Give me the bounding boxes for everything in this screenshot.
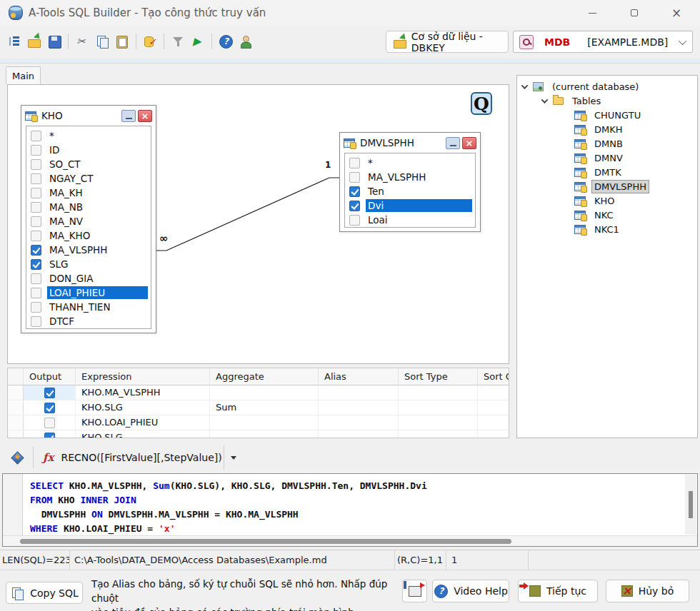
tree-node-tables[interactable]: Tables	[517, 94, 697, 108]
query-designer-canvas[interactable]: ∞ 1 Q KHO *IDSO_CTNGAY_CTMA_KHMA_NBMA_NV…	[7, 84, 509, 364]
grid-row-selector[interactable]	[8, 400, 24, 415]
field-checkbox-star[interactable]	[31, 131, 41, 141]
grid-aggregate-cell[interactable]	[210, 415, 319, 430]
grid-header-output[interactable]: Output	[24, 368, 76, 385]
field-checkbox-loai[interactable]	[349, 215, 360, 226]
tab-main[interactable]: Main	[6, 66, 41, 85]
dropdown-arrow-icon[interactable]	[231, 456, 236, 460]
tree-item-dmkh[interactable]: DMKH	[517, 122, 697, 136]
grid-sort-type-cell[interactable]	[399, 415, 478, 430]
database-file-combobox[interactable]: MDB [EXAMPLE.MDB]	[513, 31, 693, 53]
video-help-button[interactable]: Video Help	[432, 580, 509, 602]
grid-row-4[interactable]: KHO.SLG	[8, 430, 509, 438]
field-checkbox-makh[interactable]	[31, 188, 41, 198]
grid-expression-cell[interactable]: KHO.LOAI_PHIEU	[76, 415, 210, 430]
tree-item-dmnb[interactable]: DMNB	[517, 136, 697, 151]
field-checkbox-mavlsphh[interactable]	[31, 245, 41, 256]
field-checkbox-manb[interactable]	[31, 202, 41, 213]
function-combobox[interactable]: ƒx RECNO([FirstValue][,StepValue])	[37, 445, 224, 470]
support-button[interactable]	[236, 31, 256, 51]
grid-alias-cell[interactable]	[319, 415, 399, 430]
continue-button[interactable]: Tiếp tục	[518, 580, 598, 602]
grid-output-cell[interactable]	[24, 400, 76, 415]
grid-header-sort-type[interactable]: Sort Type	[399, 368, 478, 385]
scrollbar-thumb[interactable]	[20, 539, 511, 544]
field-checkbox-slg[interactable]	[31, 259, 41, 270]
grid-sort-c-cell[interactable]	[478, 415, 509, 430]
field-row-makho[interactable]: MA_KHO	[26, 228, 151, 243]
tree-item-chungtu[interactable]: CHUNGTU	[517, 108, 697, 122]
fields-tree-button[interactable]	[4, 31, 24, 51]
grid-output-cell[interactable]	[24, 430, 76, 438]
grid-aggregate-cell[interactable]	[210, 430, 319, 438]
cut-button[interactable]	[72, 31, 92, 51]
table-window-minimize-button[interactable]	[121, 110, 136, 122]
table-window-close-button[interactable]	[138, 110, 152, 122]
grid-aggregate-cell[interactable]	[210, 385, 319, 400]
field-checkbox-soct[interactable]	[31, 159, 41, 170]
open-button[interactable]	[24, 31, 44, 51]
field-checkbox-dvi[interactable]	[349, 201, 360, 211]
field-checkbox-mavlsphh[interactable]	[349, 172, 360, 183]
sql-code[interactable]: SELECT KHO.MA_VLSPHH, Sum(KHO.SLG), KHO.…	[30, 479, 680, 536]
field-row-star[interactable]: *	[345, 156, 475, 170]
chevron-down-icon[interactable]	[521, 82, 529, 89]
grid-row-3[interactable]: KHO.LOAI_PHIEU	[8, 415, 509, 430]
grid-header-alias[interactable]: Alias	[319, 368, 399, 385]
save-button[interactable]	[44, 31, 64, 51]
grid-header-sort-c[interactable]: Sort C	[478, 368, 509, 385]
field-checkbox-id[interactable]	[31, 145, 41, 156]
field-row-makh[interactable]: MA_KH	[26, 186, 151, 200]
field-checkbox-manv[interactable]	[31, 216, 41, 227]
copy-sql-button[interactable]: Copy SQL	[6, 582, 83, 604]
database-dbkey-button[interactable]: Cơ sở dữ liệu - DBKEY	[386, 31, 509, 53]
tree-item-nkc[interactable]: NKC	[517, 208, 697, 222]
grid-expression-cell[interactable]: KHO.MA_VLSPHH	[76, 385, 210, 400]
field-checkbox-dongia[interactable]	[31, 273, 41, 284]
field-checkbox-loaiphieu[interactable]	[31, 288, 41, 298]
output-checkbox[interactable]	[44, 433, 55, 438]
grid-alias-cell[interactable]	[319, 430, 399, 438]
chevron-down-icon[interactable]	[541, 96, 549, 103]
table-window-close-button[interactable]	[462, 137, 476, 149]
field-row-soct[interactable]: SO_CT	[26, 157, 151, 171]
check-sql-button[interactable]	[140, 31, 160, 51]
tree-item-nkc1[interactable]: NKC1	[517, 222, 697, 236]
field-row-dongia[interactable]: DON_GIA	[26, 271, 151, 286]
grid-sort-c-cell[interactable]	[478, 400, 509, 415]
table-window-kho[interactable]: KHO *IDSO_CTNGAY_CTMA_KHMA_NBMA_NVMA_KHO…	[21, 105, 156, 333]
grid-alias-cell[interactable]	[319, 400, 399, 415]
field-row-mavlsphh[interactable]: MA_VLSPHH	[345, 170, 475, 184]
grid-sort-type-cell[interactable]	[399, 430, 478, 438]
field-row-dtcf[interactable]: DTCF	[26, 314, 151, 328]
field-row-mavlsphh[interactable]: MA_VLSPHH	[26, 243, 151, 257]
clear-button[interactable]	[168, 31, 188, 51]
grid-aggregate-cell[interactable]: Sum	[210, 400, 319, 415]
output-checkbox[interactable]	[44, 403, 55, 413]
field-checkbox-dtcf[interactable]	[31, 316, 41, 327]
tree-root[interactable]: (current database)	[517, 79, 697, 94]
field-row-loaiphieu[interactable]: LOAI_PHIEU	[26, 286, 151, 300]
tree-item-dmvlsphh[interactable]: DMVLSPHH	[517, 179, 697, 193]
field-row-star[interactable]: *	[26, 128, 151, 143]
field-row-id[interactable]: ID	[26, 143, 151, 157]
grid-sort-c-cell[interactable]	[478, 430, 509, 438]
minimize-button[interactable]	[576, 1, 609, 24]
output-checkbox[interactable]	[44, 388, 55, 398]
field-checkbox-ten[interactable]	[349, 186, 360, 197]
grid-alias-cell[interactable]	[319, 385, 399, 400]
paste-button[interactable]	[112, 31, 132, 51]
field-row-dvi[interactable]: Dvi	[345, 198, 475, 213]
grid-expression-cell[interactable]: KHO.SLG	[76, 430, 210, 438]
grid-output-cell[interactable]	[24, 415, 76, 430]
run-button[interactable]	[188, 31, 208, 51]
cancel-button[interactable]: Hủy bỏ	[606, 580, 689, 602]
tree-item-dmtk[interactable]: DMTK	[517, 165, 697, 179]
table-window-kho-titlebar[interactable]: KHO	[21, 106, 156, 126]
field-checkbox-ngayct[interactable]	[31, 173, 41, 184]
grid-sort-type-cell[interactable]	[399, 385, 478, 400]
grid-header-expression[interactable]: Expression	[76, 368, 210, 385]
sql-horizontal-scrollbar[interactable]	[3, 535, 697, 546]
grid-sort-type-cell[interactable]	[399, 400, 478, 415]
grid-row-selector[interactable]	[8, 415, 24, 430]
